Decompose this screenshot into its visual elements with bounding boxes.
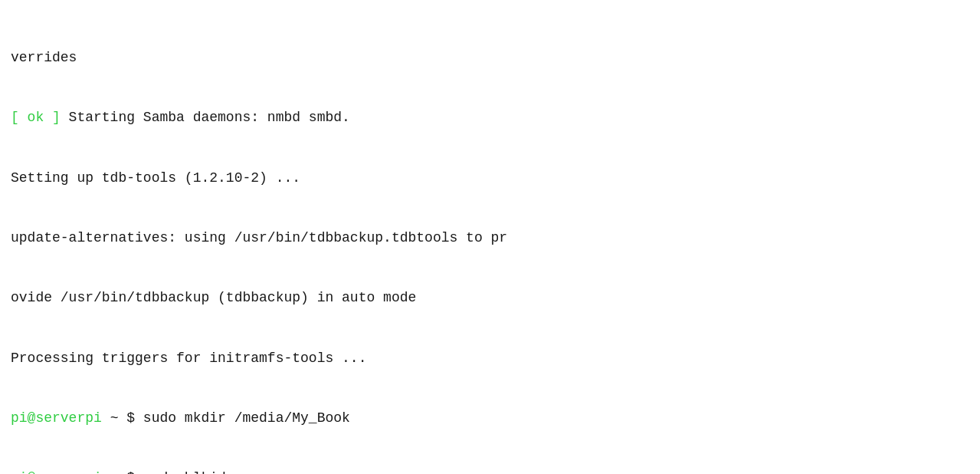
line-update-alt2: ovide /usr/bin/tdbbackup (tdbbackup) in … [11,288,969,308]
prompt-user-blkid: pi@serverpi [11,470,102,474]
line-verrides: verrides [11,48,969,67]
line-update-alt: update-alternatives: using /usr/bin/tdbb… [11,228,969,248]
terminal-output: verrides [ ok ] Starting Samba daemons: … [11,8,969,474]
prompt-user-mkdir: pi@serverpi [11,410,102,426]
prompt-cmd-mkdir: ~ $ sudo mkdir /media/My_Book [102,410,350,426]
line-tdb-setup: Setting up tdb-tools (1.2.10-2) ... [11,168,969,188]
samba-line-text: Starting Samba daemons: nmbd smbd. [61,110,350,125]
line-prompt-blkid: pi@serverpi ~ $ sudo blkid [11,468,969,474]
prompt-cmd-blkid: ~ $ sudo blkid [102,470,226,474]
line-ok-samba: [ ok ] Starting Samba daemons: nmbd smbd… [11,107,969,127]
line-prompt-mkdir: pi@serverpi ~ $ sudo mkdir /media/My_Boo… [11,408,969,428]
ok-badge: [ ok ] [11,110,61,125]
line-processing: Processing triggers for initramfs-tools … [11,348,969,368]
